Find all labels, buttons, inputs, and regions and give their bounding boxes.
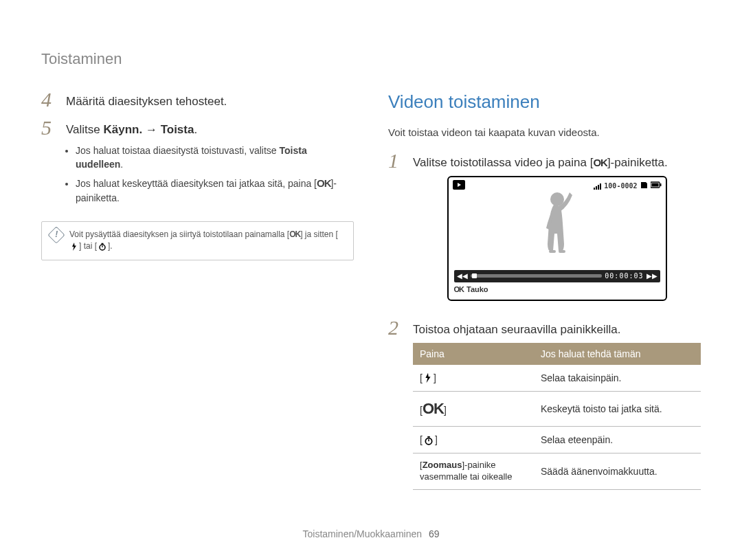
step-number: 5 — [41, 117, 58, 138]
note-mid: ] ja sitten [ — [300, 229, 338, 239]
ok-icon: OK — [289, 229, 300, 239]
camera-preview: 100-0002 — [447, 176, 667, 301]
step1r-post: ]-painiketta. — [607, 156, 668, 169]
cell-press-timer: [] — [413, 427, 534, 453]
th-press: Paina — [413, 343, 534, 365]
step5-bold2: Toista — [161, 123, 194, 136]
bullet2-pre: Jos haluat keskeyttää diaesityksen tai j… — [76, 178, 317, 189]
two-column-layout: 4 Määritä diaesityksen tehosteet. 5 Vali… — [41, 89, 701, 497]
table-row: [Zoomaus]-painike vasemmalle tai oikeall… — [413, 453, 701, 490]
note-icon: ! — [47, 226, 65, 243]
section-heading: Videon toistaminen — [388, 89, 701, 115]
battery-icon — [651, 181, 662, 192]
step-5-text: Valitse Käynn. → Toista. — [66, 122, 354, 139]
step-4-text: Määritä diaesityksen tehosteet. — [66, 93, 354, 111]
note-box: ! Voit pysäyttää diaesityksen ja siirtyä… — [41, 221, 354, 260]
table-row: [] Selaa eteenpäin. — [413, 427, 701, 453]
flash-icon — [424, 372, 432, 383]
elapsed-time: 00:00:03 — [605, 271, 643, 282]
page-header: Toistaminen — [41, 48, 701, 70]
ok-icon: OK — [423, 400, 444, 417]
image-counter: 100-0002 — [604, 181, 637, 192]
left-column: 4 Määritä diaesityksen tehosteet. 5 Vali… — [41, 89, 354, 497]
ok-icon: OK — [593, 157, 607, 168]
cell-press-zoom: [Zoomaus]-painike vasemmalle tai oikeall… — [413, 453, 534, 490]
svg-rect-5 — [651, 183, 658, 186]
bullet1-post: . — [120, 159, 123, 170]
footer-section: Toistaminen/Muokkaaminen — [303, 528, 423, 539]
video-progress-bar: ◀◀ 00:00:03 ▶▶ — [454, 270, 660, 282]
table-row: [OK] Keskeytä toisto tai jatka sitä. — [413, 392, 701, 427]
svg-rect-9 — [559, 250, 565, 253]
ok-icon: OK — [454, 284, 464, 295]
th-action: Jos haluat tehdä tämän — [534, 343, 701, 365]
step5-pre: Valitse — [66, 123, 104, 136]
step-number: 1 — [388, 150, 405, 171]
step5-arrow: → — [142, 123, 160, 136]
right-column: Videon toistaminen Voit toistaa videon t… — [388, 89, 701, 497]
step5-post: . — [194, 123, 197, 136]
cell-press-ok: [OK] — [413, 392, 534, 427]
step-number: 4 — [41, 89, 58, 110]
memory-icon — [640, 181, 648, 192]
note-text: Voit pysäyttää diaesityksen ja siirtyä t… — [69, 229, 345, 253]
step-5: 5 Valitse Käynn. → Toista. Jos haluat to… — [41, 117, 354, 209]
svg-rect-6 — [660, 183, 661, 186]
preview-bottom-label: OK Tauko — [454, 284, 488, 295]
cell-action: Keskeytä toisto tai jatka sitä. — [534, 392, 701, 427]
cell-action: Säädä äänenvoimakkuutta. — [534, 453, 701, 490]
step1r-text: Valitse toistotilassa video ja paina [OK… — [413, 155, 701, 172]
step-5-bullets: Jos haluat toistaa diaesitystä toistuvas… — [66, 144, 354, 205]
step-4: 4 Määritä diaesityksen tehosteet. — [41, 89, 354, 111]
bullet1-pre: Jos haluat toistaa diaesitystä toistuvas… — [76, 145, 279, 156]
note-post: ]. — [108, 241, 113, 251]
page-number: 69 — [429, 528, 440, 539]
flash-icon — [71, 243, 78, 251]
bullet-repeat: Jos haluat toistaa diaesitystä toistuvas… — [76, 144, 354, 172]
forward-icon: ▶▶ — [647, 271, 657, 282]
svg-rect-8 — [549, 250, 556, 253]
bullet-pause: Jos haluat keskeyttää diaesityksen tai j… — [76, 176, 354, 205]
controls-table: Paina Jos haluat tehdä tämän [] Selaa ta… — [413, 343, 701, 491]
note-or: ] tai [ — [79, 241, 97, 251]
timer-icon — [98, 243, 106, 251]
silhouette-image — [516, 186, 598, 268]
step5-bold1: Käynn. — [104, 123, 143, 136]
section-subtext: Voit toistaa videon tai kaapata kuvan vi… — [388, 125, 701, 140]
zoom-bold: Zoomaus — [423, 460, 462, 470]
step2r-text: Toistoa ohjataan seuraavilla painikkeill… — [413, 322, 701, 339]
table-row: [] Selaa takaisinpäin. — [413, 365, 701, 392]
step-1-right: 1 Valitse toistotilassa video ja paina [… — [388, 150, 701, 311]
note-pre: Voit pysäyttää diaesityksen ja siirtyä t… — [69, 229, 289, 239]
ok-icon: OK — [317, 177, 331, 189]
step1r-pre: Valitse toistotilassa video ja paina [ — [413, 156, 593, 169]
rewind-icon: ◀◀ — [457, 271, 468, 282]
cell-press-flash: [] — [413, 365, 534, 392]
page-footer: Toistaminen/Muokkaaminen 69 — [0, 527, 742, 541]
cell-action: Selaa eteenpäin. — [534, 427, 701, 453]
step-number: 2 — [388, 317, 405, 338]
play-mode-icon — [453, 180, 465, 193]
progress-track — [471, 274, 603, 278]
pause-label: Tauko — [466, 284, 488, 295]
cell-action: Selaa takaisinpäin. — [534, 365, 701, 392]
step-2-right: 2 Toistoa ohjataan seuraavilla painikkei… — [388, 317, 701, 490]
timer-icon — [424, 436, 434, 445]
